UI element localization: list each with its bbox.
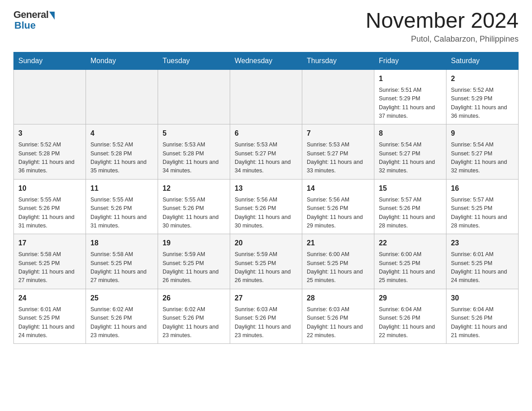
calendar-cell: 22Sunrise: 6:00 AM Sunset: 5:25 PM Dayli… [374,234,446,289]
day-number: 14 [307,183,369,194]
calendar-cell: 10Sunrise: 5:55 AM Sunset: 5:26 PM Dayli… [14,179,86,234]
col-header-saturday: Saturday [446,52,519,69]
day-info: Sunrise: 6:01 AM Sunset: 5:25 PM Dayligh… [18,305,81,340]
day-info: Sunrise: 5:53 AM Sunset: 5:27 PM Dayligh… [307,141,369,176]
day-info: Sunrise: 5:52 AM Sunset: 5:28 PM Dayligh… [90,141,153,176]
day-info: Sunrise: 5:55 AM Sunset: 5:26 PM Dayligh… [18,196,81,231]
day-number: 5 [163,128,225,139]
day-info: Sunrise: 5:53 AM Sunset: 5:27 PM Dayligh… [235,141,297,176]
day-info: Sunrise: 5:58 AM Sunset: 5:25 PM Dayligh… [18,250,81,285]
day-info: Sunrise: 5:58 AM Sunset: 5:25 PM Dayligh… [90,250,153,285]
calendar-week-row: 10Sunrise: 5:55 AM Sunset: 5:26 PM Dayli… [14,179,519,234]
day-info: Sunrise: 5:52 AM Sunset: 5:28 PM Dayligh… [18,141,81,176]
day-number: 25 [90,293,153,304]
day-info: Sunrise: 5:57 AM Sunset: 5:25 PM Dayligh… [451,196,514,231]
day-number: 20 [235,238,297,248]
day-number: 4 [90,128,153,139]
day-number: 7 [307,128,369,139]
calendar-week-row: 1Sunrise: 5:51 AM Sunset: 5:29 PM Daylig… [14,69,519,124]
calendar-cell: 9Sunrise: 5:54 AM Sunset: 5:27 PM Daylig… [446,124,519,180]
calendar-cell [158,69,230,124]
calendar-cell: 7Sunrise: 5:53 AM Sunset: 5:27 PM Daylig… [302,124,374,180]
col-header-wednesday: Wednesday [230,52,302,69]
day-info: Sunrise: 5:57 AM Sunset: 5:26 PM Dayligh… [379,196,442,231]
calendar-cell [302,69,374,124]
calendar-week-row: 17Sunrise: 5:58 AM Sunset: 5:25 PM Dayli… [14,234,519,289]
col-header-thursday: Thursday [302,52,374,69]
day-number: 11 [90,183,153,194]
calendar-cell: 19Sunrise: 5:59 AM Sunset: 5:25 PM Dayli… [158,234,230,289]
calendar-cell: 4Sunrise: 5:52 AM Sunset: 5:28 PM Daylig… [86,124,158,180]
day-number: 21 [307,238,369,248]
calendar-cell: 13Sunrise: 5:56 AM Sunset: 5:26 PM Dayli… [230,179,302,234]
calendar-cell: 26Sunrise: 6:02 AM Sunset: 5:26 PM Dayli… [158,289,230,344]
day-number: 27 [235,293,297,304]
day-info: Sunrise: 5:56 AM Sunset: 5:26 PM Dayligh… [307,196,369,231]
title-block: November 2024 Putol, Calabarzon, Philipp… [365,9,519,44]
calendar-cell [86,69,158,124]
calendar-cell: 29Sunrise: 6:04 AM Sunset: 5:26 PM Dayli… [374,289,446,344]
calendar-cell: 12Sunrise: 5:55 AM Sunset: 5:26 PM Dayli… [158,179,230,234]
day-number: 6 [235,128,297,139]
calendar-cell: 8Sunrise: 5:54 AM Sunset: 5:27 PM Daylig… [374,124,446,180]
day-info: Sunrise: 5:59 AM Sunset: 5:25 PM Dayligh… [235,250,297,285]
day-number: 26 [163,293,225,304]
col-header-monday: Monday [86,52,158,69]
day-number: 18 [90,238,153,248]
day-number: 22 [379,238,442,248]
day-number: 30 [451,293,514,304]
col-header-tuesday: Tuesday [158,52,230,69]
calendar-cell: 5Sunrise: 5:53 AM Sunset: 5:28 PM Daylig… [158,124,230,180]
day-number: 17 [18,238,81,248]
calendar-cell: 17Sunrise: 5:58 AM Sunset: 5:25 PM Dayli… [14,234,86,289]
calendar-week-row: 24Sunrise: 6:01 AM Sunset: 5:25 PM Dayli… [14,289,519,344]
calendar-cell: 28Sunrise: 6:03 AM Sunset: 5:26 PM Dayli… [302,289,374,344]
day-number: 15 [379,183,442,194]
day-info: Sunrise: 6:03 AM Sunset: 5:26 PM Dayligh… [307,305,369,340]
calendar-cell: 15Sunrise: 5:57 AM Sunset: 5:26 PM Dayli… [374,179,446,234]
day-number: 28 [307,293,369,304]
calendar-cell [230,69,302,124]
day-info: Sunrise: 5:54 AM Sunset: 5:27 PM Dayligh… [451,141,514,176]
location-text: Putol, Calabarzon, Philippines [365,34,519,44]
calendar-cell: 23Sunrise: 6:01 AM Sunset: 5:25 PM Dayli… [446,234,519,289]
day-number: 8 [379,128,442,139]
day-info: Sunrise: 6:01 AM Sunset: 5:25 PM Dayligh… [451,250,514,285]
logo-general-text: General [13,9,48,21]
calendar-cell: 25Sunrise: 6:02 AM Sunset: 5:26 PM Dayli… [86,289,158,344]
day-info: Sunrise: 5:53 AM Sunset: 5:28 PM Dayligh… [163,141,225,176]
day-info: Sunrise: 5:55 AM Sunset: 5:26 PM Dayligh… [90,196,153,231]
logo-blue-text: Blue [13,20,36,31]
day-info: Sunrise: 6:02 AM Sunset: 5:26 PM Dayligh… [163,305,225,340]
calendar-cell: 30Sunrise: 6:04 AM Sunset: 5:26 PM Dayli… [446,289,519,344]
logo: General Blue [13,9,55,31]
calendar-cell: 16Sunrise: 5:57 AM Sunset: 5:25 PM Dayli… [446,179,519,234]
calendar-cell: 20Sunrise: 5:59 AM Sunset: 5:25 PM Dayli… [230,234,302,289]
day-number: 3 [18,128,81,139]
day-info: Sunrise: 5:59 AM Sunset: 5:25 PM Dayligh… [163,250,225,285]
day-number: 12 [163,183,225,194]
calendar-header-row: SundayMondayTuesdayWednesdayThursdayFrid… [14,52,519,69]
calendar-cell [14,69,86,124]
calendar-cell: 24Sunrise: 6:01 AM Sunset: 5:25 PM Dayli… [14,289,86,344]
day-info: Sunrise: 5:56 AM Sunset: 5:26 PM Dayligh… [235,196,297,231]
day-number: 2 [451,73,514,84]
day-info: Sunrise: 5:51 AM Sunset: 5:29 PM Dayligh… [379,86,442,121]
day-info: Sunrise: 6:03 AM Sunset: 5:26 PM Dayligh… [235,305,297,340]
calendar-cell: 18Sunrise: 5:58 AM Sunset: 5:25 PM Dayli… [86,234,158,289]
day-info: Sunrise: 6:02 AM Sunset: 5:26 PM Dayligh… [90,305,153,340]
day-info: Sunrise: 6:00 AM Sunset: 5:25 PM Dayligh… [307,250,369,285]
day-number: 23 [451,238,514,248]
calendar-cell: 6Sunrise: 5:53 AM Sunset: 5:27 PM Daylig… [230,124,302,180]
calendar-cell: 21Sunrise: 6:00 AM Sunset: 5:25 PM Dayli… [302,234,374,289]
day-info: Sunrise: 6:04 AM Sunset: 5:26 PM Dayligh… [451,305,514,340]
day-info: Sunrise: 5:52 AM Sunset: 5:29 PM Dayligh… [451,86,514,121]
col-header-friday: Friday [374,52,446,69]
logo-arrow-icon [49,12,55,20]
day-info: Sunrise: 6:04 AM Sunset: 5:26 PM Dayligh… [379,305,442,340]
calendar-table: SundayMondayTuesdayWednesdayThursdayFrid… [13,52,519,344]
day-number: 10 [18,183,81,194]
day-info: Sunrise: 5:54 AM Sunset: 5:27 PM Dayligh… [379,141,442,176]
calendar-week-row: 3Sunrise: 5:52 AM Sunset: 5:28 PM Daylig… [14,124,519,180]
calendar-cell: 3Sunrise: 5:52 AM Sunset: 5:28 PM Daylig… [14,124,86,180]
